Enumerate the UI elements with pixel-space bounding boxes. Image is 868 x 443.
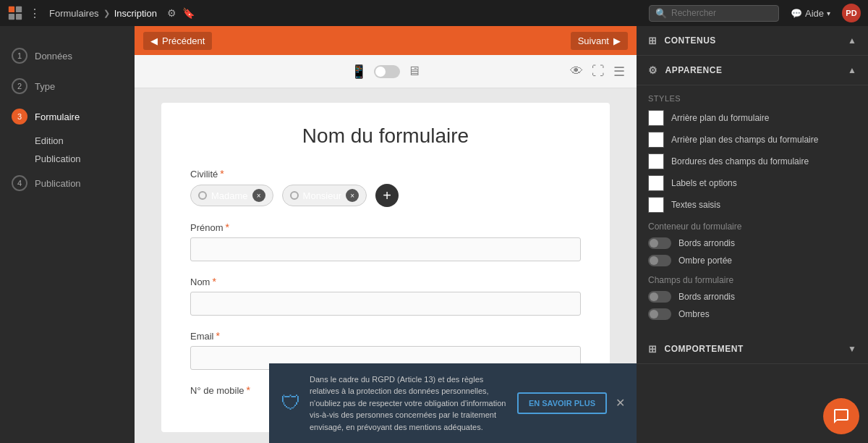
step-circle-2: 2 (12, 78, 27, 94)
radio-group-civilite: Madame × Monsieur × + (190, 184, 581, 207)
radio-madame[interactable]: Madame × (190, 185, 273, 206)
radio-monsieur[interactable]: Monsieur × (282, 185, 367, 206)
toggle-row-ombres: Ombres (648, 308, 856, 320)
help-chevron: ▾ (827, 9, 830, 17)
swatch-1[interactable] (648, 132, 664, 148)
search-input[interactable] (671, 8, 773, 18)
contenus-title: ⊞ CONTENUS (648, 35, 716, 46)
prev-button[interactable]: ◀ Précédent (143, 32, 212, 50)
rgpd-close-button[interactable]: ✕ (616, 396, 625, 410)
remove-madame[interactable]: × (252, 189, 265, 202)
apparence-section-header[interactable]: ⚙ APPARENCE ▲ (637, 56, 868, 85)
sidebar-step-2[interactable]: 2 Type (0, 71, 135, 101)
add-option-button[interactable]: + (375, 184, 399, 207)
swatch-2[interactable] (648, 153, 664, 169)
toggle-row-bords: Bords arrondis (648, 237, 856, 249)
field-nom: Nom * (190, 276, 581, 316)
svg-rect-1 (16, 7, 22, 12)
svg-rect-2 (9, 14, 14, 20)
avatar[interactable]: PD (842, 4, 861, 22)
comportement-label: COMPORTEMENT (665, 344, 744, 354)
sidebar-sub-publication[interactable]: Publication (0, 150, 135, 168)
toggle-ombres[interactable] (648, 308, 671, 320)
toggle-fields-bords[interactable] (648, 291, 671, 303)
step-label-2: Type (35, 81, 55, 92)
device-icons: 📱 🖥 (351, 64, 420, 80)
input-nom[interactable] (190, 292, 581, 316)
step-circle-4: 4 (12, 175, 27, 191)
grid-icon: ⊞ (648, 35, 658, 46)
grid-icon-2: ⊞ (648, 343, 658, 355)
step-circle-3: 3 (12, 109, 27, 125)
radio-dot-monsieur (290, 191, 299, 200)
toggle-ombre-portee[interactable] (648, 255, 671, 266)
contenus-section-header[interactable]: ⊞ CONTENUS ▲ (637, 26, 868, 56)
prev-label: Précédent (162, 35, 205, 46)
styles-label: STYLES (648, 94, 856, 103)
step-label-4: Publication (35, 178, 81, 189)
comportement-title: ⊞ COMPORTEMENT (648, 343, 744, 355)
breadcrumb-formulaires[interactable]: Formulaires (49, 8, 99, 19)
chat-button[interactable] (823, 398, 859, 434)
expand-icon[interactable]: ⛶ (592, 64, 605, 79)
device-toggle[interactable] (374, 65, 400, 78)
label-civilite: Civilité * (190, 168, 581, 180)
required-nom: * (212, 276, 216, 287)
required-mobile: * (247, 384, 250, 396)
required-prenom: * (226, 222, 229, 233)
sidebar-sub-edition[interactable]: Edition (0, 132, 135, 150)
help-button[interactable]: 💬 Aide ▾ (791, 8, 830, 19)
next-label: Suivant (578, 35, 609, 46)
label-text-civilite: Civilité (190, 169, 218, 180)
desktop-icon[interactable]: 🖥 (407, 64, 420, 79)
mobile-icon[interactable]: 📱 (351, 64, 367, 80)
toolbar-right-icons: 👁 ⛶ ☰ (570, 64, 625, 80)
form-title: Nom du formulaire (190, 125, 581, 148)
style-row-2: Bordures des champs du formulaire (648, 153, 856, 169)
style-text-0: Arrière plan du formulaire (671, 113, 769, 123)
logo[interactable] (7, 5, 23, 21)
label-text-email: Email (190, 331, 214, 342)
field-prenom: Prénom * (190, 222, 581, 261)
apparence-title: ⚙ APPARENCE (648, 64, 722, 76)
field-civilite: Civilité * Madame × Monsieur (190, 168, 581, 207)
search-box: 🔍 (649, 5, 779, 22)
input-prenom[interactable] (190, 237, 581, 261)
sidebar-step-1[interactable]: 1 Données (0, 41, 135, 71)
style-text-4: Textes saisis (671, 200, 720, 210)
rgpd-shield-icon: 🛡 (281, 391, 301, 415)
style-text-2: Bordures des champs du formulaire (671, 156, 809, 166)
content-middle: ◀ Précédent Suivant ▶ 📱 🖥 👁 ⛶ (135, 26, 868, 443)
step-nav: ◀ Précédent Suivant ▶ (135, 26, 637, 55)
swatch-4[interactable] (648, 197, 664, 213)
eye-icon[interactable]: 👁 (570, 64, 583, 79)
radio-label-monsieur: Monsieur (303, 190, 341, 201)
label-text-mobile: N° de mobile (190, 385, 244, 396)
settings-icon[interactable]: ⚙ (167, 7, 176, 19)
list-icon[interactable]: ☰ (613, 64, 625, 80)
toggle-text-ombre: Ombre portée (678, 256, 732, 266)
label-nom: Nom * (190, 276, 581, 287)
help-label: Aide (805, 8, 824, 19)
swatch-0[interactable] (648, 110, 664, 126)
apparence-body: STYLES Arrière plan du formulaire Arrièr… (637, 85, 868, 334)
bookmark-icon[interactable]: 🔖 (182, 7, 195, 19)
next-button[interactable]: Suivant ▶ (571, 32, 628, 50)
toggle-text-ombres: Ombres (678, 309, 710, 319)
rgpd-text: Dans le cadre du RGPD (Article 13) et de… (310, 374, 509, 434)
nav-icons: ⚙ 🔖 (167, 7, 195, 19)
rgpd-learn-more-button[interactable]: EN SAVOIR PLUS (517, 392, 607, 414)
apparence-label: APPARENCE (665, 65, 723, 75)
toggle-text-bords: Bords arrondis (678, 238, 735, 248)
breadcrumb-inscription[interactable]: Inscription (114, 8, 157, 19)
swatch-3[interactable] (648, 175, 664, 191)
comportement-section-header[interactable]: ⊞ COMPORTEMENT ▼ (637, 334, 868, 364)
toggle-bords-arrondis[interactable] (648, 237, 671, 249)
style-row-3: Labels et options (648, 175, 856, 191)
breadcrumb-chevron: ❯ (103, 9, 110, 18)
remove-monsieur[interactable]: × (346, 189, 359, 202)
style-row-0: Arrière plan du formulaire (648, 110, 856, 126)
sidebar-step-4[interactable]: 4 Publication (0, 168, 135, 198)
dots-menu[interactable]: ⋮ (29, 7, 41, 20)
sidebar-step-3[interactable]: 3 Formulaire (0, 101, 135, 132)
